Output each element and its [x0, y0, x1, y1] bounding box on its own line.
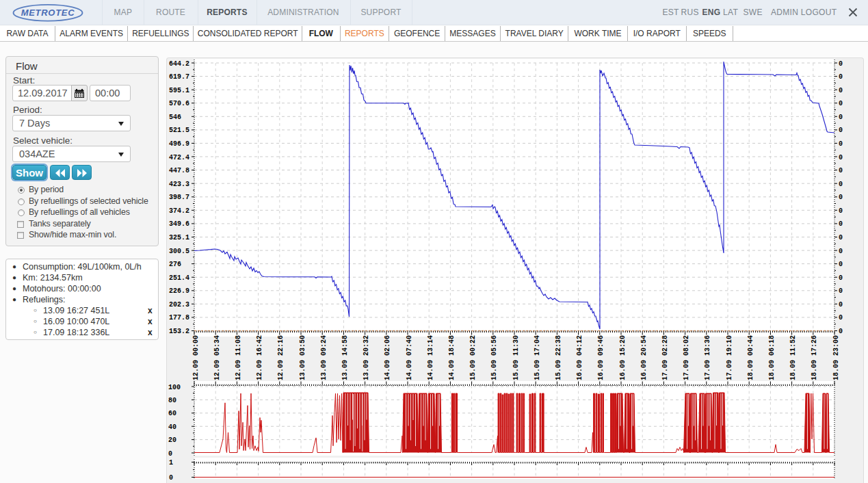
svg-text:18.09 06:18: 18.09 06:18	[768, 335, 776, 380]
svg-text:0: 0	[839, 287, 843, 295]
svg-text:17.09 08:02: 17.09 08:02	[683, 335, 690, 380]
svg-text:0: 0	[839, 167, 843, 174]
svg-text:398.7: 398.7	[169, 194, 189, 201]
svg-text:0: 0	[839, 140, 843, 148]
svg-text:374.2: 374.2	[169, 207, 189, 215]
svg-text:0: 0	[839, 248, 843, 255]
svg-text:619.7: 619.7	[169, 73, 189, 81]
svg-text:0: 0	[839, 154, 843, 161]
svg-text:447.8: 447.8	[169, 167, 189, 174]
svg-text:0: 0	[839, 220, 843, 228]
svg-text:546: 546	[169, 114, 181, 121]
svg-text:16.09 15:20: 16.09 15:20	[619, 335, 627, 380]
svg-text:644.2: 644.2	[169, 60, 189, 68]
svg-text:0: 0	[839, 328, 843, 335]
svg-text:226.9: 226.9	[169, 287, 189, 295]
svg-text:0: 0	[839, 234, 843, 242]
svg-text:1: 1	[169, 459, 173, 467]
svg-text:12.09 11:08: 12.09 11:08	[235, 335, 242, 380]
svg-text:0: 0	[839, 301, 843, 309]
svg-text:0: 0	[839, 127, 843, 134]
svg-text:0: 0	[839, 261, 843, 268]
svg-text:0: 0	[839, 100, 843, 107]
svg-text:14.09 18:48: 14.09 18:48	[448, 335, 456, 380]
svg-text:0: 0	[169, 474, 173, 482]
svg-text:13.09 20:32: 13.09 20:32	[363, 335, 370, 380]
svg-text:14.09 13:14: 14.09 13:14	[427, 335, 434, 380]
svg-text:17.09 02:28: 17.09 02:28	[661, 335, 669, 380]
svg-text:15.09 17:04: 15.09 17:04	[534, 335, 541, 380]
svg-text:20: 20	[168, 436, 176, 444]
svg-text:0: 0	[839, 274, 843, 282]
svg-text:14.09 02:06: 14.09 02:06	[384, 335, 391, 380]
svg-text:595.1: 595.1	[169, 87, 189, 94]
svg-text:325.1: 325.1	[169, 234, 189, 242]
svg-text:17.09 19:10: 17.09 19:10	[726, 335, 733, 380]
svg-text:13.09 03:50: 13.09 03:50	[299, 335, 306, 380]
svg-text:40: 40	[168, 423, 176, 431]
svg-text:0: 0	[839, 207, 843, 215]
svg-text:496.9: 496.9	[169, 140, 189, 148]
svg-text:16.09 04:12: 16.09 04:12	[576, 335, 583, 380]
svg-text:153.2: 153.2	[169, 328, 189, 335]
svg-text:100: 100	[168, 384, 181, 391]
svg-text:521.5: 521.5	[169, 127, 189, 134]
svg-text:80: 80	[168, 397, 176, 404]
svg-text:202.3: 202.3	[169, 301, 189, 309]
svg-text:0: 0	[839, 87, 843, 94]
svg-text:251.4: 251.4	[169, 274, 189, 282]
svg-text:0: 0	[839, 73, 843, 81]
svg-text:14.09 07:40: 14.09 07:40	[406, 335, 413, 380]
svg-text:15.09 11:30: 15.09 11:30	[512, 335, 520, 380]
svg-text:349.6: 349.6	[169, 220, 189, 228]
svg-text:0: 0	[839, 181, 843, 188]
svg-text:0: 0	[168, 450, 172, 458]
svg-text:0: 0	[839, 60, 843, 68]
svg-text:0: 0	[839, 114, 843, 121]
svg-text:12.09 00:00: 12.09 00:00	[192, 335, 200, 380]
svg-text:423.3: 423.3	[169, 181, 189, 188]
svg-text:570.6: 570.6	[169, 100, 189, 107]
svg-text:276: 276	[169, 261, 181, 268]
svg-text:0: 0	[839, 314, 843, 322]
svg-text:17.09 13:36: 17.09 13:36	[704, 335, 711, 380]
svg-text:15.09 22:38: 15.09 22:38	[555, 335, 562, 380]
svg-text:18.09 11:52: 18.09 11:52	[789, 335, 797, 380]
svg-text:12.09 16:42: 12.09 16:42	[256, 335, 263, 380]
svg-text:18.09 17:26: 18.09 17:26	[811, 335, 818, 380]
svg-text:15.09 00:22: 15.09 00:22	[469, 335, 477, 380]
svg-text:0: 0	[839, 194, 843, 201]
svg-text:18.09 23:00: 18.09 23:00	[832, 335, 840, 380]
svg-text:300.5: 300.5	[169, 248, 189, 255]
svg-text:472.4: 472.4	[169, 154, 189, 161]
svg-text:177.8: 177.8	[169, 314, 189, 322]
svg-text:13.09 14:58: 13.09 14:58	[341, 335, 349, 380]
svg-text:12.09 05:34: 12.09 05:34	[213, 335, 221, 380]
svg-text:12.09 22:16: 12.09 22:16	[277, 335, 285, 380]
svg-text:18.09 00:44: 18.09 00:44	[747, 335, 754, 380]
svg-text:13.09 09:24: 13.09 09:24	[320, 335, 328, 380]
svg-text:60: 60	[168, 410, 176, 417]
svg-text:16.09 20:54: 16.09 20:54	[640, 335, 648, 380]
svg-text:15.09 05:56: 15.09 05:56	[490, 335, 498, 380]
svg-text:16.09 09:46: 16.09 09:46	[597, 335, 605, 380]
